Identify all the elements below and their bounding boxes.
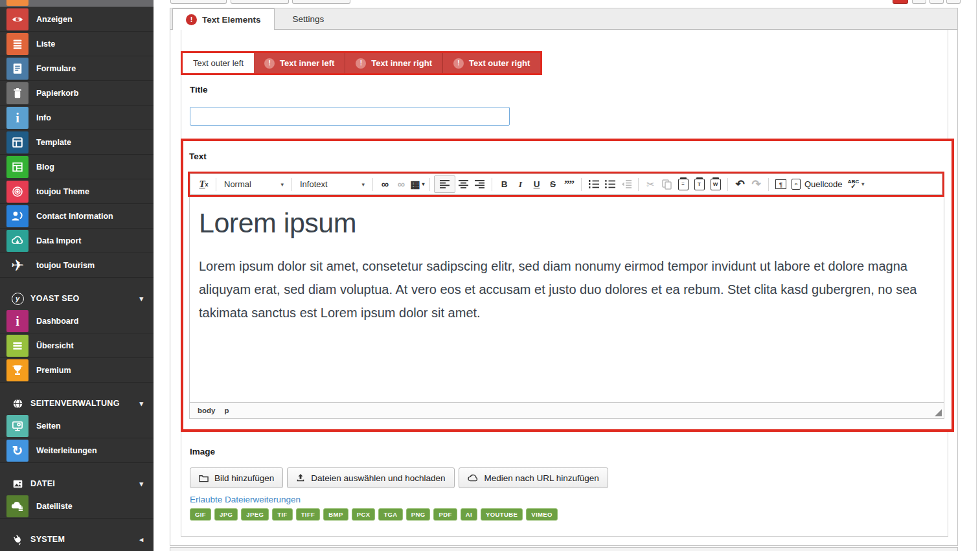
contact-icon <box>6 205 28 227</box>
sidebar-item-dateiliste[interactable]: Dateiliste <box>0 494 154 519</box>
chevron-down-icon: ▾ <box>139 295 143 303</box>
link-icon[interactable]: ∞ <box>377 176 393 192</box>
sidebar-item-toujou-theme[interactable]: toujou Theme <box>0 179 154 204</box>
copy-icon[interactable] <box>659 176 675 192</box>
add-media-by-url-button[interactable]: Medien nach URL hinzufügen <box>459 467 608 488</box>
rte-content-area[interactable]: Lorem ipsum Lorem ipsum dolor sit amet, … <box>189 197 944 403</box>
sidebar-item-premium[interactable]: Premium <box>0 358 154 383</box>
add-image-button[interactable]: Bild hinzufügen <box>190 467 283 488</box>
unlink-icon[interactable]: ∞ <box>393 176 409 192</box>
paste-from-word-icon[interactable]: W <box>707 176 724 192</box>
align-right-icon[interactable] <box>472 176 488 192</box>
partial-close-button[interactable] <box>893 0 908 4</box>
undo-icon[interactable]: ↶ <box>732 176 748 192</box>
partial-window-button[interactable] <box>929 0 944 4</box>
extension-badge: PDF <box>433 508 457 521</box>
sidebar-item-template[interactable]: Template <box>0 130 154 155</box>
numbered-list-icon[interactable] <box>586 176 602 192</box>
spellcheck-icon[interactable]: ABC✓ ▾ <box>845 176 867 192</box>
monitor-icon <box>6 415 28 437</box>
sidebar-item-papierkorb[interactable]: Papierkorb <box>0 81 154 106</box>
sidebar-item-data-import[interactable]: Data Import <box>0 229 154 253</box>
sidebar-item-label: Dashboard <box>36 317 78 326</box>
select-upload-files-button[interactable]: Dateien auswählen und hochladen <box>287 467 454 488</box>
info-icon: i <box>6 310 28 332</box>
info-icon: i <box>6 107 28 129</box>
image-icon <box>10 478 25 489</box>
extension-badge: PCX <box>352 508 376 521</box>
section-header-label: YOAST SEO <box>30 294 80 303</box>
paragraph-style-dropdown[interactable]: Normal ▾ <box>220 179 288 189</box>
align-center-icon[interactable] <box>455 176 472 192</box>
source-code-button[interactable]: ‹› Quellcode <box>789 176 845 192</box>
paste-icon[interactable]: ≡ <box>675 176 691 192</box>
chevron-down-icon: ▾ <box>280 181 284 188</box>
partial-toolbar-button[interactable] <box>170 0 227 4</box>
tab-bar: ! Text Elements Settings <box>170 8 957 30</box>
sidebar-section-seitenverwaltung[interactable]: SEITENVERWALTUNG ▾ <box>0 393 154 414</box>
subtab-text-inner-left[interactable]: ! Text inner left <box>254 53 345 73</box>
form-icon <box>6 58 28 80</box>
partial-toolbar-button[interactable] <box>231 0 289 4</box>
resize-handle[interactable] <box>935 409 942 416</box>
allowed-file-extensions-link[interactable]: Erlaubte Dateierweiterungen <box>190 495 301 504</box>
toolbar-separator <box>638 178 639 191</box>
sidebar-section-yoast-seo[interactable]: y YOAST SEO ▾ <box>0 288 154 309</box>
strikethrough-icon[interactable]: S <box>545 176 561 192</box>
sidebar-item-anzeigen[interactable]: Anzeigen <box>0 7 154 32</box>
tab-text-elements[interactable]: ! Text Elements <box>172 8 275 30</box>
bold-icon[interactable]: B <box>496 176 512 192</box>
italic-icon[interactable]: I <box>512 176 529 192</box>
sidebar-section-system[interactable]: SYSTEM ◂ <box>0 529 154 550</box>
toolbar-separator <box>216 178 216 191</box>
sidebar-item-toujou-tourism[interactable]: ✈ toujou Tourism <box>0 253 154 278</box>
subtab-text-outer-left[interactable]: Text outer left <box>183 53 254 73</box>
warning-icon: ! <box>453 58 464 69</box>
path-p[interactable]: p <box>224 407 229 414</box>
sidebar-item-contact-information[interactable]: Contact Information <box>0 204 154 229</box>
sidebar-item-dashboard[interactable]: i Dashboard <box>0 309 154 333</box>
extension-badge: VIMEO <box>526 508 558 521</box>
text-field-label: Text <box>189 152 207 161</box>
remove-format-icon[interactable]: Tx <box>196 176 212 192</box>
path-body[interactable]: body <box>198 407 215 414</box>
extension-badge: TIF <box>272 508 292 521</box>
sidebar-item-uebersicht[interactable]: Übersicht <box>0 333 154 358</box>
chevron-down-icon: ▾ <box>139 399 143 408</box>
subtab-text-outer-right[interactable]: ! Text outer right <box>442 53 540 73</box>
blockquote-icon[interactable]: ”” <box>561 176 577 192</box>
sidebar-item-weiterleitungen[interactable]: ↻ Weiterleitungen <box>0 438 154 463</box>
toolbar-separator <box>768 178 769 191</box>
paste-as-text-icon[interactable]: T <box>691 176 707 192</box>
outdent-icon[interactable] <box>618 176 634 192</box>
warning-icon: ! <box>264 58 275 69</box>
partial-window-button[interactable] <box>946 0 961 4</box>
scrollbar-track[interactable] <box>976 0 977 551</box>
blog-icon <box>6 156 28 178</box>
partial-toolbar-button[interactable] <box>292 0 350 4</box>
align-left-icon[interactable] <box>434 175 455 193</box>
sidebar-item-formulare[interactable]: Formulare <box>0 56 154 81</box>
partial-window-button[interactable] <box>912 0 926 4</box>
cut-icon[interactable]: ✂ <box>643 176 659 192</box>
sidebar-item-info[interactable]: i Info <box>0 106 154 130</box>
rte-paragraph: Lorem ipsum dolor sit amet, consetetur s… <box>199 254 935 324</box>
title-input[interactable] <box>190 107 510 126</box>
sidebar-item-blog[interactable]: Blog <box>0 155 154 179</box>
sidebar-item-seiten[interactable]: Seiten <box>0 414 154 438</box>
subtab-annotation-box: Text outer left ! Text inner left ! Text… <box>181 51 542 75</box>
table-icon[interactable]: ▦▾ <box>409 176 426 192</box>
show-blocks-icon[interactable]: ¶ <box>773 176 789 192</box>
bullet-list-icon[interactable] <box>602 176 618 192</box>
sidebar-item-liste[interactable]: Liste <box>0 32 154 56</box>
underline-icon[interactable]: U <box>529 176 545 192</box>
sidebar-item-seite[interactable]: Seite <box>0 0 154 7</box>
sidebar-item-label: Liste <box>36 39 55 49</box>
text-format-dropdown[interactable]: Infotext ▾ <box>296 179 369 189</box>
redo-icon[interactable]: ↷ <box>748 176 764 192</box>
sidebar-section-datei[interactable]: DATEI ▾ <box>0 473 154 494</box>
subtab-text-inner-right[interactable]: ! Text inner right <box>345 53 442 73</box>
list-icon <box>6 33 28 55</box>
file-extension-badges: GIF JPG JPEG TIF TIFF BMP PCX TGA PNG PD… <box>190 508 558 521</box>
tab-settings[interactable]: Settings <box>280 8 337 29</box>
